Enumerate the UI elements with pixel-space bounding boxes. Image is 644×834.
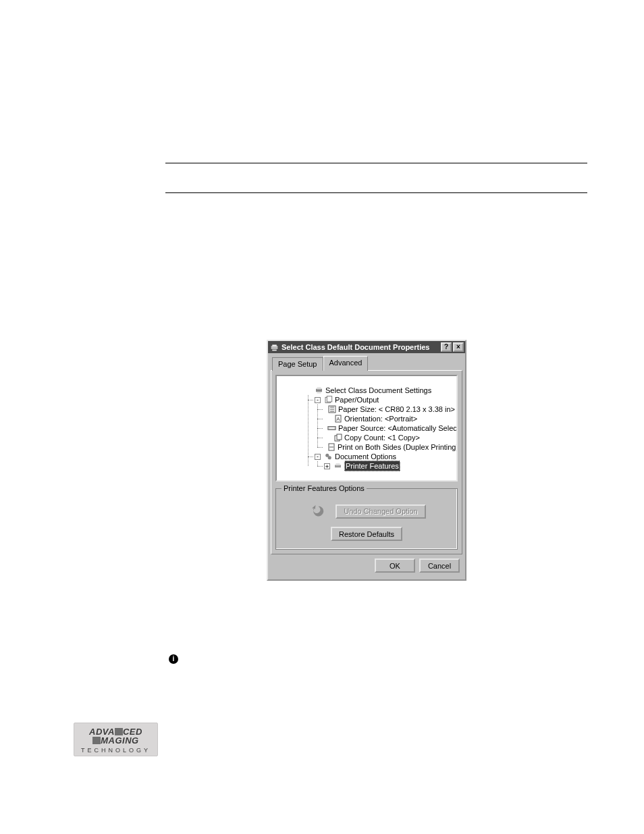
undo-icon — [307, 502, 326, 520]
printer-features-options-group: Printer Features Options Undo Changed Op… — [275, 488, 458, 550]
ok-button[interactable]: OK — [375, 558, 415, 573]
settings-tree[interactable]: Select Class Document Settings - — [275, 375, 458, 481]
tab-page-setup[interactable]: Page Setup — [272, 357, 323, 371]
paper-source-icon — [327, 424, 336, 432]
separator-bottom — [165, 192, 587, 193]
printer-features-label[interactable]: Printer Features — [344, 461, 400, 471]
svg-rect-2 — [317, 392, 321, 393]
document-options-icon — [324, 452, 333, 461]
document-options-label[interactable]: Document Options — [335, 452, 396, 461]
orientation-label[interactable]: Orientation: <Portrait> — [344, 414, 417, 423]
paper-source-label[interactable]: Paper Source: <Automatically Select> — [338, 423, 458, 433]
titlebar[interactable]: Select Class Default Document Properties… — [268, 341, 465, 353]
paper-size-label[interactable]: Paper Size: < CR80 2.13 x 3.38 in> — [338, 405, 455, 414]
svg-rect-1 — [317, 388, 321, 390]
svg-point-14 — [328, 456, 331, 459]
info-icon: i — [169, 654, 178, 664]
tab-advanced[interactable]: Advanced — [323, 356, 369, 371]
svg-rect-11 — [337, 434, 342, 440]
paper-output-label[interactable]: Paper/Output — [335, 395, 379, 405]
orientation-icon: A — [333, 415, 342, 423]
duplex-label[interactable]: Print on Both Sides (Duplex Printing): <… — [338, 442, 458, 452]
cancel-button[interactable]: Cancel — [419, 558, 460, 573]
tree-root-label: Select Class Document Settings — [325, 386, 431, 395]
duplex-icon — [327, 443, 336, 451]
svg-rect-9 — [329, 427, 334, 429]
tabstrip: Page Setup Advanced — [272, 356, 462, 371]
badge-line3: TECHNOLOGY — [79, 747, 153, 754]
separator-top — [165, 163, 587, 163]
expander-paper-output[interactable]: - — [315, 397, 321, 403]
svg-text:A: A — [336, 416, 340, 422]
expander-document-options[interactable]: - — [315, 454, 321, 460]
badge-line2: MAGING — [79, 736, 153, 745]
tab-page-advanced: Select Class Document Settings - — [271, 370, 462, 554]
dialog-button-row: OK Cancel — [271, 554, 462, 575]
group-title: Printer Features Options — [281, 484, 367, 492]
paper-output-icon — [324, 396, 333, 404]
copy-count-icon — [333, 434, 342, 442]
printer-icon — [315, 386, 323, 394]
undo-changed-option-button[interactable]: Undo Changed Option — [336, 504, 425, 519]
help-button[interactable]: ? — [441, 342, 452, 352]
paper-size-icon — [328, 405, 336, 413]
close-button[interactable]: × — [453, 342, 464, 352]
dialog-title: Select Class Default Document Properties — [281, 343, 441, 351]
advanced-imaging-badge: ADVACED MAGING TECHNOLOGY — [74, 723, 158, 756]
copy-count-label[interactable]: Copy Count: <1 Copy> — [344, 433, 420, 442]
printer-features-icon — [333, 462, 342, 470]
svg-rect-4 — [327, 396, 332, 402]
svg-rect-16 — [336, 463, 340, 465]
restore-defaults-button[interactable]: Restore Defaults — [331, 527, 402, 541]
expander-printer-features[interactable]: + — [324, 463, 330, 469]
document-properties-dialog: Select Class Default Document Properties… — [267, 340, 466, 581]
app-icon — [269, 342, 279, 352]
